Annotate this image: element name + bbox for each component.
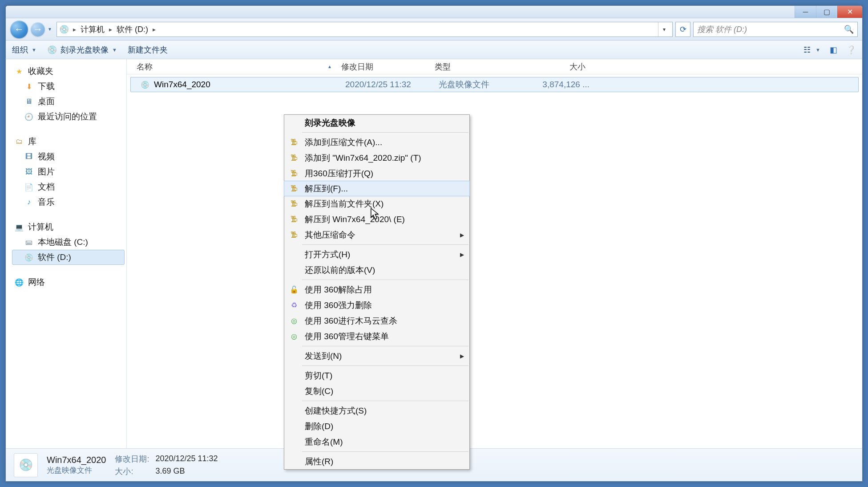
file-type: 光盘映像文件 bbox=[439, 79, 489, 90]
organize-menu[interactable]: 组织 ▼ bbox=[12, 45, 36, 55]
ctx-extract-to[interactable]: 🗜解压到(F)... bbox=[284, 181, 470, 196]
computer-icon: 💻 bbox=[15, 223, 24, 231]
sidebar-item-label: 文档 bbox=[38, 181, 55, 193]
sidebar-item-software-d[interactable]: 💿软件 (D:) bbox=[12, 250, 125, 265]
minimize-button[interactable]: ─ bbox=[795, 6, 816, 18]
menu-item-label: 属性(R) bbox=[305, 456, 333, 467]
nav-back-button[interactable]: ← bbox=[10, 20, 28, 38]
sidebar-computer-header[interactable]: 💻 计算机 bbox=[12, 219, 125, 235]
preview-pane-button[interactable]: ◧ bbox=[828, 45, 838, 55]
organize-label: 组织 bbox=[12, 45, 28, 55]
ctx-open-with-360zip[interactable]: 🗜用360压缩打开(Q) bbox=[284, 166, 469, 181]
close-button[interactable]: ✕ bbox=[837, 6, 862, 18]
menu-item-label: 解压到 Win7x64_2020\ (E) bbox=[305, 214, 405, 225]
column-type[interactable]: 类型 bbox=[430, 61, 524, 72]
sidebar-network-header[interactable]: 🌐 网络 bbox=[12, 275, 125, 290]
details-date-label: 修改日期: bbox=[115, 454, 149, 464]
column-size[interactable]: 大小 bbox=[524, 61, 590, 72]
menu-item-label: 重命名(M) bbox=[305, 436, 343, 448]
ctx-360-force-delete[interactable]: ♻使用 360强力删除 bbox=[284, 297, 469, 313]
ctx-cut[interactable]: 剪切(T) bbox=[284, 368, 469, 383]
video-icon: 🎞 bbox=[24, 152, 33, 161]
file-thumbnail: 💿 bbox=[14, 453, 38, 477]
ctx-create-shortcut[interactable]: 创建快捷方式(S) bbox=[284, 403, 469, 418]
ctx-extract-here[interactable]: 🗜解压到当前文件夹(X) bbox=[284, 196, 469, 211]
drive-icon: 💿 bbox=[60, 25, 69, 34]
sidebar-item-label: 软件 (D:) bbox=[38, 252, 71, 263]
ctx-360-unlock[interactable]: 🔓使用 360解除占用 bbox=[284, 282, 469, 297]
maximize-button[interactable]: ▢ bbox=[816, 6, 837, 18]
address-dropdown[interactable]: ▾ bbox=[658, 22, 670, 37]
column-name[interactable]: 名称▲ bbox=[132, 61, 337, 72]
new-folder-label: 新建文件夹 bbox=[128, 45, 168, 55]
ctx-other-zip-commands[interactable]: 🗜其他压缩命令▶ bbox=[284, 227, 469, 243]
sidebar-item-label: 视频 bbox=[38, 151, 55, 162]
sidebar-item-recent[interactable]: 🕘最近访问的位置 bbox=[12, 109, 125, 124]
menu-item-label: 还原以前的版本(V) bbox=[305, 264, 375, 276]
menu-item-label: 删除(D) bbox=[305, 421, 333, 432]
menu-item-label: 发送到(N) bbox=[305, 350, 342, 362]
ctx-restore-previous[interactable]: 还原以前的版本(V) bbox=[284, 262, 469, 278]
ctx-burn-disc-image[interactable]: 刻录光盘映像 bbox=[284, 115, 469, 130]
details-date-value: 2020/12/25 11:32 bbox=[155, 454, 218, 463]
navbar: ← → ▼ 💿 ▸ 计算机 ▸ 软件 (D:) ▸ ▾ ⟳ 搜索 软件 (D:)… bbox=[6, 18, 862, 41]
nav-forward-button[interactable]: → bbox=[31, 22, 45, 37]
view-menu[interactable]: ☷ ▼ bbox=[802, 45, 820, 55]
burn-disc-image-button[interactable]: 💿 刻录光盘映像 ▼ bbox=[47, 45, 117, 55]
nav-history-dropdown[interactable]: ▼ bbox=[48, 27, 54, 32]
ctx-copy[interactable]: 复制(C) bbox=[284, 383, 469, 399]
scan-icon: ◎ bbox=[289, 317, 299, 325]
sidebar-item-videos[interactable]: 🎞视频 bbox=[12, 149, 125, 164]
ctx-properties[interactable]: 属性(R) bbox=[284, 454, 469, 469]
picture-icon: 🖼 bbox=[24, 167, 33, 176]
breadcrumb-sep-icon: ▸ bbox=[71, 26, 78, 33]
ctx-delete[interactable]: 删除(D) bbox=[284, 418, 469, 434]
menu-item-label: 复制(C) bbox=[305, 386, 333, 397]
iso-file-icon: 💿 bbox=[141, 80, 149, 89]
drive-icon: 💿 bbox=[24, 253, 33, 262]
ctx-360-scan[interactable]: ◎使用 360进行木马云查杀 bbox=[284, 313, 469, 329]
breadcrumb-root[interactable]: 计算机 bbox=[81, 24, 105, 35]
new-folder-button[interactable]: 新建文件夹 bbox=[128, 45, 168, 55]
archive-icon: 🗜 bbox=[289, 215, 299, 223]
sidebar-item-pictures[interactable]: 🖼图片 bbox=[12, 164, 125, 179]
breadcrumb-current[interactable]: 软件 (D:) bbox=[117, 24, 148, 35]
document-icon: 📄 bbox=[24, 183, 33, 191]
force-delete-icon: ♻ bbox=[289, 301, 299, 309]
navigation-sidebar: ★ 收藏夹 ⬇下载 🖥桌面 🕘最近访问的位置 🗂 库 🎞视频 🖼图片 📄文档 ♪… bbox=[6, 59, 127, 448]
ctx-send-to[interactable]: 发送到(N)▶ bbox=[284, 348, 469, 364]
file-name: Win7x64_2020 bbox=[154, 80, 210, 89]
menu-item-label: 刻录光盘映像 bbox=[305, 117, 355, 129]
ctx-rename[interactable]: 重命名(M) bbox=[284, 434, 469, 450]
recent-icon: 🕘 bbox=[24, 112, 33, 121]
sidebar-item-documents[interactable]: 📄文档 bbox=[12, 179, 125, 195]
sidebar-item-local-disk-c[interactable]: 🖴本地磁盘 (C:) bbox=[12, 235, 125, 250]
search-input[interactable]: 搜索 软件 (D:) 🔍 bbox=[693, 22, 858, 37]
column-headers: 名称▲ 修改日期 类型 大小 bbox=[127, 59, 862, 74]
network-icon: 🌐 bbox=[15, 278, 24, 287]
ctx-open-with[interactable]: 打开方式(H)▶ bbox=[284, 247, 469, 262]
help-button[interactable]: ❔ bbox=[846, 45, 856, 55]
sidebar-item-label: 最近访问的位置 bbox=[38, 111, 97, 122]
archive-icon: 🗜 bbox=[289, 185, 299, 193]
refresh-button[interactable]: ⟳ bbox=[675, 22, 690, 37]
address-bar[interactable]: 💿 ▸ 计算机 ▸ 软件 (D:) ▸ ▾ bbox=[57, 22, 673, 37]
desktop-icon: 🖥 bbox=[24, 97, 33, 106]
details-file-name: Win7x64_2020 bbox=[47, 455, 106, 465]
column-date[interactable]: 修改日期 bbox=[337, 61, 430, 72]
sidebar-head-label: 库 bbox=[28, 136, 36, 147]
menu-item-label: 使用 360管理右键菜单 bbox=[305, 331, 389, 342]
ctx-360-manage-context[interactable]: ◎使用 360管理右键菜单 bbox=[284, 329, 469, 344]
sidebar-favorites-header[interactable]: ★ 收藏夹 bbox=[12, 64, 125, 79]
hdd-icon: 🖴 bbox=[24, 238, 33, 247]
ctx-add-to-archive[interactable]: 🗜添加到压缩文件(A)... bbox=[284, 134, 469, 150]
sort-asc-icon: ▲ bbox=[327, 64, 332, 69]
ctx-extract-named[interactable]: 🗜解压到 Win7x64_2020\ (E) bbox=[284, 211, 469, 227]
sidebar-item-downloads[interactable]: ⬇下载 bbox=[12, 79, 125, 94]
sidebar-item-desktop[interactable]: 🖥桌面 bbox=[12, 94, 125, 109]
file-row[interactable]: 💿Win7x64_2020 2020/12/25 11:32 光盘映像文件 3,… bbox=[130, 77, 859, 92]
sidebar-item-music[interactable]: ♪音乐 bbox=[12, 195, 125, 210]
ctx-add-to-zip[interactable]: 🗜添加到 "Win7x64_2020.zip" (T) bbox=[284, 150, 469, 166]
sidebar-libraries-header[interactable]: 🗂 库 bbox=[12, 134, 125, 149]
sidebar-item-label: 桌面 bbox=[38, 96, 55, 107]
